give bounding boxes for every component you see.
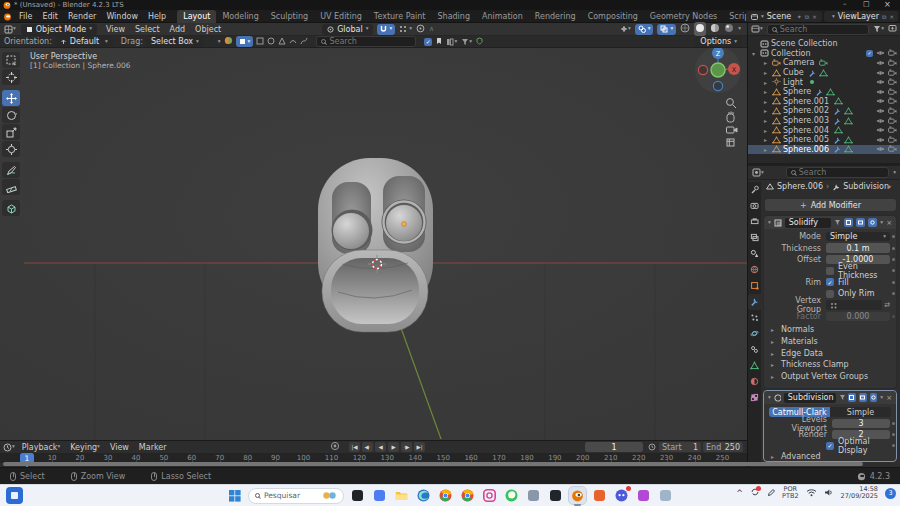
menu-window[interactable]: Window bbox=[101, 10, 143, 23]
modifier-name-field[interactable]: Subdivision bbox=[784, 393, 836, 403]
wifi-icon[interactable] bbox=[806, 488, 817, 499]
close-button[interactable]: × bbox=[884, 0, 891, 9]
pin-id-icon[interactable]: ✦ bbox=[887, 183, 892, 190]
edit-mode-toggle-icon[interactable] bbox=[834, 219, 841, 226]
gizmo-minus-z-axis[interactable] bbox=[713, 81, 722, 90]
render-toggle[interactable] bbox=[868, 218, 877, 227]
instagram-icon[interactable] bbox=[481, 487, 498, 504]
frame-clock-icon[interactable] bbox=[648, 443, 656, 453]
viewport-menu-view[interactable]: View bbox=[101, 23, 130, 36]
gizmo-minus-x-axis[interactable] bbox=[698, 65, 707, 74]
properties-tab-render[interactable] bbox=[748, 198, 761, 214]
properties-options-caret[interactable]: ▾ bbox=[893, 170, 896, 176]
minimize-button[interactable]: – bbox=[843, 0, 847, 8]
navigation-gizmo[interactable]: Z X bbox=[695, 48, 741, 93]
viewport-canvas[interactable]: Z X bbox=[0, 48, 747, 440]
gizmo-y-axis[interactable] bbox=[711, 63, 725, 77]
edit-mode-toggle-icon[interactable] bbox=[839, 394, 845, 401]
language-indicator[interactable]: PORPTB2 bbox=[782, 486, 799, 501]
outliner-scene-collection[interactable]: Scene Collection bbox=[748, 39, 900, 49]
current-frame-field[interactable]: 1 bbox=[585, 442, 643, 452]
file-explorer-icon[interactable] bbox=[393, 487, 410, 504]
section-output-vertex-groups[interactable]: ▸Output Vertex Groups bbox=[764, 371, 896, 383]
outliner-item-sphere.005[interactable]: ▸Sphere.005 bbox=[748, 135, 900, 145]
vertex-group-field[interactable] bbox=[826, 300, 882, 310]
properties-tab-constraints[interactable] bbox=[748, 342, 761, 358]
options-dropdown[interactable]: Options▾ bbox=[695, 36, 742, 47]
timeline-menu-keying[interactable]: Keying ▾ bbox=[65, 441, 105, 454]
clipchamp-icon[interactable] bbox=[635, 487, 652, 504]
stroke-icon[interactable] bbox=[289, 37, 297, 47]
frame-start-field[interactable]: Start1 bbox=[659, 442, 701, 452]
properties-tab-object-data[interactable] bbox=[748, 358, 761, 374]
start-button[interactable] bbox=[226, 487, 243, 504]
mirror-y-icon[interactable] bbox=[267, 37, 275, 47]
xray-toggle[interactable]: ▾ bbox=[657, 24, 676, 35]
properties-search-input[interactable]: Search bbox=[786, 167, 889, 178]
section-thickness-clamp[interactable]: ▸Thickness Clamp bbox=[764, 359, 896, 371]
screenshot-preview-icon[interactable] bbox=[657, 487, 674, 504]
tool-select-box[interactable] bbox=[2, 52, 20, 68]
chrome-icon[interactable] bbox=[437, 487, 454, 504]
realtime-toggle[interactable] bbox=[859, 393, 867, 402]
realtime-toggle[interactable] bbox=[856, 218, 865, 227]
mode-dropdown[interactable]: Simple▾ bbox=[826, 232, 890, 242]
outliner-search-input[interactable]: Search bbox=[767, 24, 869, 35]
checkbox[interactable] bbox=[826, 290, 834, 298]
workspace-tab-texture-paint[interactable]: Texture Paint bbox=[368, 10, 432, 23]
blender-menu-icon[interactable] bbox=[3, 13, 12, 23]
timeline-menu-view[interactable]: View bbox=[105, 441, 134, 454]
maximize-button[interactable]: □ bbox=[863, 0, 870, 8]
falloff-icon[interactable]: ∧ bbox=[429, 25, 434, 33]
drag-dropdown[interactable]: Select Box▾ bbox=[146, 36, 204, 47]
section-materials[interactable]: ▸Materials bbox=[764, 336, 896, 348]
new-collection-icon[interactable] bbox=[888, 24, 897, 34]
outliner-item-sphere.002[interactable]: ▸Sphere.002 bbox=[748, 106, 900, 116]
brave-icon[interactable] bbox=[591, 487, 608, 504]
value-field[interactable]: 3 bbox=[832, 419, 890, 429]
discord-icon[interactable] bbox=[613, 487, 630, 504]
funnel-icon[interactable]: ▾ bbox=[461, 38, 472, 46]
play-button[interactable]: ▶ bbox=[388, 442, 399, 452]
outliner-item-sphere.003[interactable]: ▸Sphere.003 bbox=[748, 116, 900, 126]
algorithm-simple[interactable]: Simple bbox=[830, 407, 891, 417]
section-edge-data[interactable]: ▸Edge Data bbox=[764, 347, 896, 359]
chat-icon[interactable] bbox=[371, 487, 388, 504]
sync-tray-icon[interactable] bbox=[750, 487, 760, 499]
frame-end-field[interactable]: End250 bbox=[703, 442, 743, 452]
menu-file[interactable]: File bbox=[14, 10, 37, 23]
tool-rotate[interactable] bbox=[2, 107, 20, 123]
timeline-editor-type[interactable]: ▾ bbox=[3, 443, 15, 452]
magnet-icon[interactable]: ▾ bbox=[377, 24, 395, 35]
proportional-edit-icon[interactable] bbox=[416, 24, 425, 35]
mirror-z-icon[interactable] bbox=[278, 37, 286, 47]
show-gizmo-dropdown[interactable]: ▾ bbox=[620, 25, 631, 33]
falloff-sphere-icon[interactable] bbox=[224, 36, 233, 47]
breadcrumb-object[interactable]: Sphere.006 bbox=[777, 182, 823, 191]
volume-icon[interactable] bbox=[824, 488, 834, 499]
on-cage-toggle[interactable] bbox=[848, 393, 856, 402]
workspace-tab-uv-editing[interactable]: UV Editing bbox=[314, 10, 368, 23]
material-shading-icon[interactable] bbox=[710, 23, 720, 35]
bookmark-icon[interactable] bbox=[436, 37, 442, 47]
rendered-shading-icon[interactable] bbox=[724, 23, 734, 35]
checkbox[interactable] bbox=[826, 267, 834, 275]
notification-badge[interactable]: 3 bbox=[885, 488, 896, 499]
properties-tab-world[interactable] bbox=[748, 262, 761, 278]
pinned-app-icon[interactable] bbox=[6, 487, 23, 504]
properties-tab-object[interactable] bbox=[748, 278, 761, 294]
outliner-item-sphere.006[interactable]: ▸Sphere.006 bbox=[748, 145, 900, 155]
workspace-tab-shading[interactable]: Shading bbox=[431, 10, 476, 23]
extras-dropdown[interactable]: ▾ bbox=[880, 395, 883, 401]
tool-cursor[interactable] bbox=[2, 69, 20, 85]
photos-dark-icon[interactable] bbox=[349, 487, 366, 504]
viewport-menu-select[interactable]: Select bbox=[130, 23, 165, 36]
tool-move[interactable] bbox=[2, 90, 20, 106]
checkbox[interactable]: ✓ bbox=[826, 278, 834, 286]
workspace-tab-layout[interactable]: Layout bbox=[177, 10, 216, 23]
whatsapp-icon[interactable] bbox=[503, 487, 520, 504]
value-field[interactable]: 0.1 m bbox=[826, 243, 890, 253]
taskbar-search[interactable]: Pesquisar bbox=[248, 488, 344, 504]
blender-icon[interactable] bbox=[569, 487, 586, 504]
outliner-item-sphere.001[interactable]: ▸Sphere.001 bbox=[748, 97, 900, 107]
